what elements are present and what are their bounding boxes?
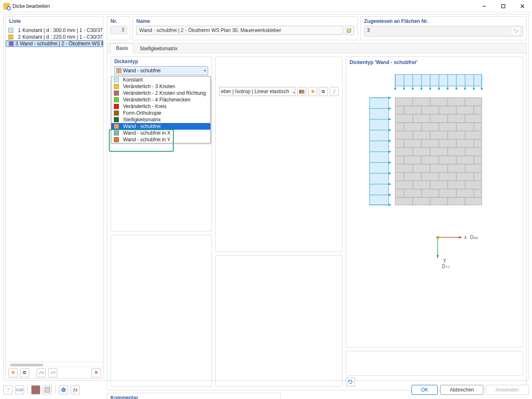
lower-left-placeholder bbox=[111, 235, 212, 387]
color-swatch-icon bbox=[114, 111, 119, 116]
lower-mid-placeholder bbox=[215, 255, 342, 387]
maximize-button[interactable] bbox=[494, 0, 513, 12]
color-b-button[interactable] bbox=[43, 385, 52, 394]
svg-text:y: y bbox=[443, 257, 446, 263]
dickentyp-option[interactable]: Steifigkeitsmatrix bbox=[111, 116, 210, 123]
pick-surface-button[interactable] bbox=[512, 27, 520, 35]
list-panel: Liste 1Konstant | d : 300.0 mm | 1 - C30… bbox=[5, 16, 103, 379]
svg-rect-5 bbox=[299, 90, 301, 94]
name-input[interactable]: Wand - schubfrei | 2 - Ökotherm WS Plan … bbox=[136, 26, 343, 35]
tab-matrix[interactable]: Steifigkeitsmatrix bbox=[134, 44, 183, 53]
name-label: Name bbox=[136, 18, 354, 24]
list-item[interactable]: 3Wand - schubfrei | 2 - Ökotherm WS Pla bbox=[6, 40, 103, 47]
svg-marker-43 bbox=[389, 96, 391, 99]
preview-panel: Dickentyp 'Wand - schubfrei' bbox=[346, 57, 523, 347]
svg-rect-54 bbox=[395, 98, 482, 205]
function-button[interactable]: ƒx bbox=[71, 385, 80, 394]
titlebar: Dicke bearbeiten bbox=[0, 0, 532, 12]
color-swatch-icon bbox=[114, 137, 119, 142]
svg-marker-47 bbox=[389, 140, 391, 142]
name-card: Name Wand - schubfrei | 2 - Ökotherm WS … bbox=[133, 16, 358, 40]
svg-marker-51 bbox=[389, 183, 391, 185]
color-a-button[interactable] bbox=[31, 385, 40, 394]
tab-container: Basis Steifigkeitsmatrix Dickentyp Wand … bbox=[107, 43, 527, 390]
delete-item-button[interactable]: ✕ bbox=[91, 368, 101, 377]
svg-marker-44 bbox=[389, 107, 391, 110]
dickentyp-combo[interactable]: Wand - schubfrei ▾ bbox=[114, 66, 208, 75]
dickentyp-dropdown[interactable]: KonstantVeränderlich - 3 KnotenVeränderl… bbox=[111, 76, 211, 143]
dickentyp-option[interactable]: Form-Orthotropie bbox=[111, 110, 210, 116]
svg-marker-49 bbox=[389, 161, 391, 164]
svg-rect-8 bbox=[395, 74, 482, 86]
window-buttons bbox=[475, 0, 532, 12]
new-item-button[interactable]: ✱ bbox=[8, 368, 17, 377]
svg-marker-82 bbox=[436, 255, 439, 258]
color-swatch-icon bbox=[9, 41, 14, 46]
close-button[interactable] bbox=[513, 0, 532, 12]
check-b-button[interactable]: ✓b bbox=[48, 368, 57, 377]
material-delete-button[interactable]: ⧸ bbox=[330, 87, 339, 96]
assigned-label: Zugewiesen an Flächen Nr. bbox=[364, 18, 523, 24]
svg-rect-86 bbox=[45, 387, 50, 392]
list-item[interactable]: 1Konstant | d : 300.0 mm | 1 - C30/37 bbox=[6, 27, 103, 34]
svg-text:D₇₇: D₇₇ bbox=[442, 264, 450, 269]
svg-text:x: x bbox=[464, 234, 467, 240]
svg-marker-78 bbox=[459, 236, 462, 239]
color-swatch-icon bbox=[114, 104, 119, 109]
help-button[interactable]: ❔ bbox=[3, 385, 12, 394]
window-title: Dicke bearbeiten bbox=[12, 3, 50, 9]
dickentyp-option[interactable]: Veränderlich - Kreis bbox=[111, 103, 210, 110]
material-bar: eber | Isotrop | Linear elastisch ⌄ ✱ ⧉ … bbox=[219, 87, 339, 96]
material-library-button[interactable] bbox=[297, 87, 306, 96]
minimize-button[interactable] bbox=[475, 0, 494, 12]
globe-button[interactable] bbox=[59, 385, 68, 394]
list-items[interactable]: 1Konstant | d : 300.0 mm | 1 - C30/372Ko… bbox=[6, 26, 103, 362]
svg-marker-27 bbox=[455, 88, 458, 90]
dickentyp-option[interactable]: Veränderlich - 2 Knoten und Richtung bbox=[111, 90, 210, 96]
svg-rect-1 bbox=[502, 5, 505, 8]
units-button[interactable]: 0,00 bbox=[15, 385, 24, 394]
dickentyp-option[interactable]: Wand - schubfrei bbox=[111, 123, 210, 130]
dickentyp-option[interactable]: Wand - schubfrei in X bbox=[111, 130, 210, 136]
material-copy-button[interactable]: ⧉ bbox=[319, 87, 328, 96]
color-swatch-icon bbox=[114, 84, 119, 89]
color-swatch-icon bbox=[8, 28, 13, 33]
svg-marker-20 bbox=[394, 88, 397, 90]
assigned-value[interactable]: 3 bbox=[367, 27, 512, 35]
cancel-button[interactable]: Abbrechen bbox=[440, 385, 483, 395]
nr-value[interactable]: 3 bbox=[111, 26, 127, 34]
svg-marker-53 bbox=[389, 204, 391, 206]
chevron-down-icon: ▾ bbox=[204, 69, 206, 73]
color-swatch-icon bbox=[8, 34, 13, 39]
material-field[interactable]: eber | Isotrop | Linear elastisch ⌄ bbox=[219, 87, 296, 96]
list-scrollbar[interactable] bbox=[6, 362, 103, 367]
dickentyp-option[interactable]: Wand - schubfrei in Y bbox=[111, 136, 210, 143]
dickentyp-option[interactable]: Veränderlich - 4 Flächenecken bbox=[111, 96, 210, 103]
ok-button[interactable]: OK bbox=[411, 385, 438, 395]
svg-marker-28 bbox=[464, 88, 466, 90]
edit-name-button[interactable] bbox=[345, 26, 354, 35]
color-swatch-icon bbox=[114, 131, 119, 135]
tab-basis[interactable]: Basis bbox=[111, 43, 133, 53]
preview-title: Dickentyp 'Wand - schubfrei' bbox=[350, 59, 519, 65]
copy-item-button[interactable]: ⧉ bbox=[20, 368, 29, 377]
svg-marker-30 bbox=[480, 88, 483, 90]
dickentyp-option[interactable]: Veränderlich - 3 Knoten bbox=[111, 83, 210, 90]
dickentyp-swatch-icon bbox=[116, 68, 121, 73]
tab-strip: Basis Steifigkeitsmatrix bbox=[107, 43, 526, 53]
list-item[interactable]: 2Konstant | d : 220.0 mm | 1 - C30/37 bbox=[6, 34, 103, 40]
dickentyp-option[interactable]: Konstant bbox=[111, 76, 210, 83]
svg-marker-21 bbox=[403, 88, 405, 90]
dickentyp-label: Dickentyp bbox=[114, 59, 208, 64]
svg-marker-26 bbox=[446, 88, 449, 90]
check-a-button[interactable]: ✓a bbox=[37, 368, 46, 377]
material-new-button[interactable]: ✱ bbox=[308, 87, 317, 96]
assigned-card: Zugewiesen an Flächen Nr. 3 bbox=[360, 16, 527, 40]
svg-rect-31 bbox=[369, 98, 389, 205]
dickentyp-card: Dickentyp Wand - schubfrei ▾ KonstantVer… bbox=[111, 57, 212, 76]
svg-marker-29 bbox=[473, 88, 475, 90]
svg-point-87 bbox=[62, 388, 66, 392]
apply-button[interactable]: Anwenden bbox=[486, 385, 529, 395]
svg-rect-6 bbox=[301, 90, 303, 94]
nr-card: Nr. 3 bbox=[107, 16, 130, 40]
